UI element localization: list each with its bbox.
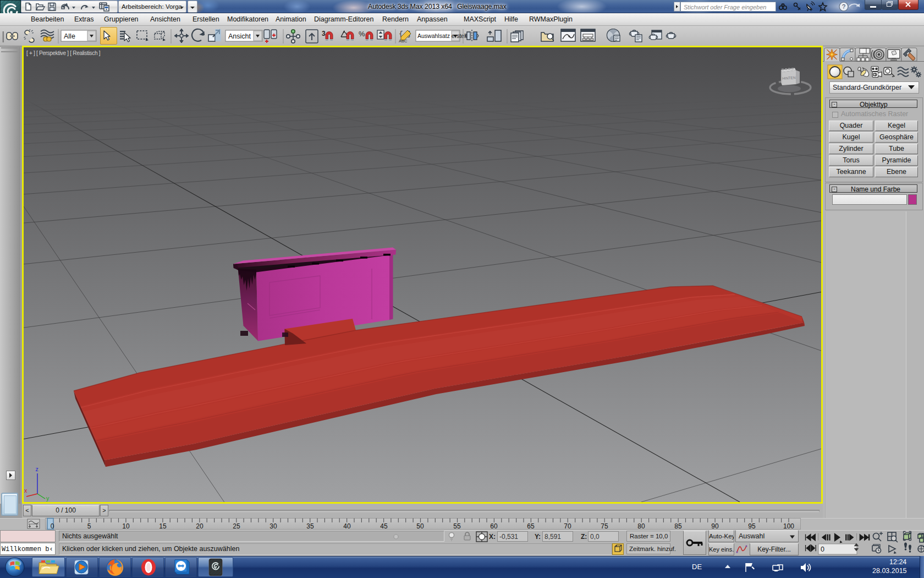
svg-text:0: 0	[821, 546, 824, 553]
svg-text:y: y	[46, 495, 50, 501]
svg-text:?: ?	[842, 3, 845, 10]
svg-text:3: 3	[322, 30, 326, 37]
svg-text:Ansicht: Ansicht	[228, 32, 251, 40]
svg-text:ABC: ABC	[399, 39, 408, 43]
svg-text:Alle: Alle	[64, 32, 75, 40]
svg-text:%: %	[359, 30, 365, 38]
svg-text:z: z	[36, 466, 38, 472]
svg-text:Standard-Grundkörper: Standard-Grundkörper	[833, 84, 901, 91]
svg-text:[ + ] [ Perspektive ] [ Realis: [ + ] [ Perspektive ] [ Realistisch ]	[26, 50, 101, 56]
svg-text:Auswahlsatz erstelle: Auswahlsatz erstelle	[417, 32, 470, 39]
svg-text:x: x	[24, 487, 28, 494]
